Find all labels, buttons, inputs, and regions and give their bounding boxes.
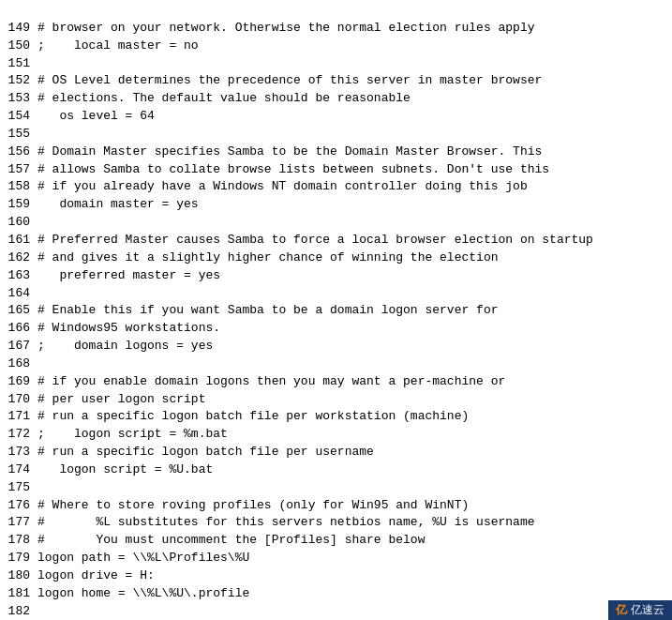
line-content: # if you enable domain logons then you m…: [37, 373, 668, 391]
line-number: 178: [4, 532, 37, 550]
code-line: 159 domain master = yes: [4, 196, 668, 214]
line-content: # run a specific logon batch file per us…: [37, 444, 668, 461]
code-line: 162# and gives it a slightly higher chan…: [4, 250, 668, 267]
code-line: 168: [4, 355, 668, 373]
line-content: # per user logon script: [37, 391, 668, 409]
line-number: 166: [4, 320, 37, 338]
code-line: 169# if you enable domain logons then yo…: [4, 373, 668, 391]
code-line: 178# You must uncomment the [Profiles] s…: [4, 532, 668, 550]
line-number: 168: [4, 355, 37, 373]
code-line: 172; logon script = %m.bat: [4, 426, 668, 444]
line-number: 171: [4, 408, 37, 426]
line-content: # Domain Master specifies Samba to be th…: [37, 144, 668, 161]
line-number: 149: [4, 20, 37, 38]
line-content: # Windows95 workstations.: [37, 320, 668, 338]
code-line: 150; local master = no: [4, 38, 668, 55]
code-line: 176# Where to store roving profiles (onl…: [4, 497, 668, 515]
line-content: logon script = %U.bat: [37, 461, 668, 479]
footer-brand: 亿速云: [631, 602, 665, 618]
code-line: 181logon home = \\%L\%U\.profile: [4, 585, 668, 603]
line-number: 179: [4, 550, 37, 567]
line-content: # allows Samba to collate browse lists b…: [37, 161, 668, 179]
code-line: 155: [4, 126, 668, 144]
line-number: 160: [4, 214, 37, 232]
line-number: 154: [4, 108, 37, 126]
line-number: 159: [4, 196, 37, 214]
code-line: 182: [4, 603, 668, 620]
code-line: 156# Domain Master specifies Samba to be…: [4, 144, 668, 161]
line-content: preferred master = yes: [37, 267, 668, 285]
line-content: # Enable this if you want Samba to be a …: [37, 302, 668, 320]
code-line: 149# browser on your network. Otherwise …: [4, 20, 668, 38]
line-content: ; logon script = %m.bat: [37, 426, 668, 444]
code-line: 171# run a specific logon batch file per…: [4, 408, 668, 426]
code-line: 158# if you already have a Windows NT do…: [4, 178, 668, 196]
code-line: 154 os level = 64: [4, 108, 668, 126]
line-number: 177: [4, 514, 37, 532]
code-line: 170# per user logon script: [4, 391, 668, 409]
code-line: 174 logon script = %U.bat: [4, 461, 668, 479]
line-content: # run a specific logon batch file per wo…: [37, 408, 668, 426]
code-line: 152# OS Level determines the precedence …: [4, 72, 668, 90]
code-line: 151: [4, 55, 668, 73]
line-content: # Preferred Master causes Samba to force…: [37, 232, 668, 250]
code-line: 173# run a specific logon batch file per…: [4, 444, 668, 461]
line-content: # and gives it a slightly higher chance …: [37, 250, 668, 267]
line-content: domain master = yes: [37, 196, 668, 214]
line-number: 174: [4, 461, 37, 479]
footer-logo: 亿: [616, 602, 627, 618]
line-number: 172: [4, 426, 37, 444]
line-number: 164: [4, 285, 37, 303]
line-content: # You must uncomment the [Profiles] shar…: [37, 532, 668, 550]
code-view: 149# browser on your network. Otherwise …: [0, 0, 672, 620]
line-content: # browser on your network. Otherwise the…: [37, 20, 668, 38]
footer-bar: 亿 亿速云: [608, 600, 672, 620]
line-number: 169: [4, 373, 37, 391]
line-content: logon home = \\%L\%U\.profile: [37, 585, 668, 603]
line-number: 153: [4, 90, 37, 108]
line-number: 176: [4, 497, 37, 515]
line-number: 157: [4, 161, 37, 179]
line-content: # if you already have a Windows NT domai…: [37, 178, 668, 196]
line-number: 163: [4, 267, 37, 285]
code-line: 175: [4, 479, 668, 497]
line-number: 167: [4, 338, 37, 355]
code-line: 161# Preferred Master causes Samba to fo…: [4, 232, 668, 250]
line-content: # Where to store roving profiles (only f…: [37, 497, 668, 515]
line-number: 151: [4, 55, 37, 73]
line-content: # %L substitutes for this servers netbio…: [37, 514, 668, 532]
line-number: 156: [4, 144, 37, 161]
line-number: 162: [4, 250, 37, 267]
line-number: 182: [4, 603, 37, 620]
code-line: 179logon path = \\%L\Profiles\%U: [4, 550, 668, 567]
line-number: 165: [4, 302, 37, 320]
line-content: os level = 64: [37, 108, 668, 126]
line-number: 158: [4, 178, 37, 196]
line-number: 170: [4, 391, 37, 409]
code-line: 166# Windows95 workstations.: [4, 320, 668, 338]
line-number: 150: [4, 38, 37, 55]
line-content: ; domain logons = yes: [37, 338, 668, 355]
code-line: 163 preferred master = yes: [4, 267, 668, 285]
line-content: # elections. The default value should be…: [37, 90, 668, 108]
line-content: ; local master = no: [37, 38, 668, 55]
code-line: 165# Enable this if you want Samba to be…: [4, 302, 668, 320]
line-content: logon drive = H:: [37, 567, 668, 585]
line-content: logon path = \\%L\Profiles\%U: [37, 550, 668, 567]
code-line: 160: [4, 214, 668, 232]
line-number: 180: [4, 567, 37, 585]
code-line: 153# elections. The default value should…: [4, 90, 668, 108]
line-number: 173: [4, 444, 37, 461]
code-line: 180logon drive = H:: [4, 567, 668, 585]
code-line: 164: [4, 285, 668, 303]
code-line: 167; domain logons = yes: [4, 338, 668, 355]
line-number: 161: [4, 232, 37, 250]
line-number: 181: [4, 585, 37, 603]
line-number: 152: [4, 72, 37, 90]
code-line: 157# allows Samba to collate browse list…: [4, 161, 668, 179]
line-number: 175: [4, 479, 37, 497]
line-content: # OS Level determines the precedence of …: [37, 72, 668, 90]
line-number: 155: [4, 126, 37, 144]
code-line: 177# %L substitutes for this servers net…: [4, 514, 668, 532]
